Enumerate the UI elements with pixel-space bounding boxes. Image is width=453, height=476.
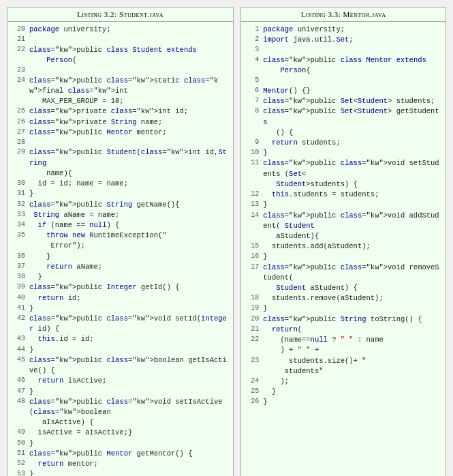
line-content: Student aStudent) { [263, 283, 358, 293]
code-line: 45class="kw">public class="kw">boolean g… [10, 355, 230, 376]
line-content: if (name == null) { [29, 220, 119, 230]
code-line: 53} [10, 469, 230, 476]
line-content: Mentor() {} [263, 86, 310, 96]
line-number: 43 [10, 334, 25, 344]
code-line: 32class="kw">public String getName(){ [10, 200, 230, 210]
line-number: 48 [10, 397, 25, 417]
line-number: 23 [10, 65, 25, 76]
code-line: 18 students.remove(aStudent); [244, 293, 443, 303]
line-number: 30 [10, 179, 25, 189]
code-line: 8class="kw">public Set<Student> getStude… [244, 106, 443, 127]
line-number: 51 [10, 449, 25, 459]
line-content: class="kw">public String getName(){ [29, 200, 180, 210]
line-number [244, 231, 259, 241]
line-content: class="kw">private String name; [29, 117, 162, 128]
line-content: class="kw">public class="kw">void addStu… [263, 211, 443, 231]
line-content: Person{ [29, 55, 76, 65]
line-content: (name==null ? " " : name [263, 335, 383, 345]
line-content: students.add(aStudent); [263, 241, 371, 252]
line-number: 3 [244, 45, 259, 55]
line-content: } [263, 397, 267, 407]
line-number: 31 [10, 189, 25, 199]
line-content: } [263, 387, 276, 397]
code-line: 21 return( [244, 325, 443, 335]
code-line: 16} [244, 252, 443, 262]
code-line: 27class="kw">public Mentor mentor; [10, 128, 230, 138]
line-number: 20 [10, 25, 25, 35]
code-line: 39class="kw">public Integer getId() { [10, 282, 230, 293]
line-number: 39 [10, 282, 25, 293]
line-number: 14 [244, 211, 259, 231]
code-line: 10} [244, 148, 443, 158]
line-number: 44 [10, 345, 25, 355]
line-content: students.size()+ " [263, 356, 366, 366]
line-number: 33 [10, 210, 25, 220]
line-content: id = id; name = name; [29, 179, 128, 189]
line-number: 37 [10, 262, 25, 272]
line-number: 21 [244, 325, 259, 335]
code-line: 19} [244, 303, 443, 314]
code-line: MAX_PER_GROUP = 10; [10, 96, 230, 106]
line-number: 13 [244, 200, 259, 210]
line-content: class="kw">public Set<Student> getStuden… [263, 106, 443, 127]
line-content: import java.util.Set; [263, 35, 353, 45]
line-content: return( [263, 325, 302, 335]
line-number [244, 366, 259, 376]
line-content: class="kw">public class="kw">boolean get… [29, 355, 230, 376]
listing-mentor-code: 1package university;2import java.util.Se… [241, 22, 446, 411]
line-number: 7 [244, 96, 259, 106]
line-number: 26 [244, 397, 259, 407]
code-line: 42class="kw">public class="kw">void setI… [10, 314, 230, 334]
line-content: return id; [29, 293, 81, 303]
line-content: class="kw">private class="kw">int id; [29, 106, 188, 117]
line-number: 19 [244, 303, 259, 314]
line-content: class="kw">public class Student extends [29, 45, 197, 55]
code-line: 29class="kw">public Student(class="kw">i… [10, 147, 230, 168]
code-line: 50} [10, 438, 230, 449]
line-number: 8 [244, 106, 259, 127]
code-line: 40 return id; [10, 293, 230, 303]
code-line: 24 ); [244, 376, 443, 387]
line-content: } [29, 345, 33, 355]
code-line: 41} [10, 303, 230, 314]
code-line: 22class="kw">public class Student extend… [10, 45, 230, 55]
code-line: Error"); [10, 241, 230, 251]
line-content: } [29, 438, 33, 449]
line-content: students.remove(aStudent); [263, 293, 383, 303]
code-line: 38 } [10, 272, 230, 282]
line-content: } [263, 148, 267, 158]
line-content: Error"); [29, 241, 85, 251]
code-line: 36 } [10, 252, 230, 262]
line-number: 50 [10, 438, 25, 449]
line-number: 2 [244, 35, 259, 45]
line-content: } [29, 303, 33, 314]
code-line: 52 return mentor; [10, 459, 230, 469]
line-number: 6 [244, 86, 259, 96]
code-line: 31} [10, 189, 230, 199]
line-content: class="kw">public class="kw">void setId(… [29, 314, 230, 334]
code-line: 43 this.id = id; [10, 334, 230, 344]
code-line: 12 this.students = students; [244, 190, 443, 200]
listing-mentor: Listing 3.3: Mentor.java 1package univer… [240, 7, 446, 476]
line-number: 12 [244, 190, 259, 200]
line-content: } [29, 189, 33, 199]
line-number: 15 [244, 241, 259, 252]
line-number: 24 [244, 376, 259, 387]
line-number: 35 [10, 230, 25, 241]
line-content: return aName; [29, 262, 102, 272]
line-content: name){ [29, 168, 72, 179]
code-line: 5 [244, 76, 443, 86]
listing-student-code: 20package university;2122class="kw">publ… [7, 22, 233, 476]
code-line: 13} [244, 200, 443, 210]
line-number [10, 96, 25, 106]
code-line: Student aStudent) { [244, 283, 443, 293]
line-number: 27 [10, 128, 25, 138]
code-line: 20package university; [10, 25, 230, 35]
code-line: 11class="kw">public class="kw">void setS… [244, 158, 443, 179]
line-number: 32 [10, 200, 25, 210]
line-number: 52 [10, 459, 25, 469]
code-line: 24class="kw">public class="kw">static cl… [10, 76, 230, 96]
code-line: ) + " " + [244, 345, 443, 355]
line-number: 25 [10, 106, 25, 117]
listing-student: Listing 3.2: Student.java 20package univ… [7, 7, 234, 476]
